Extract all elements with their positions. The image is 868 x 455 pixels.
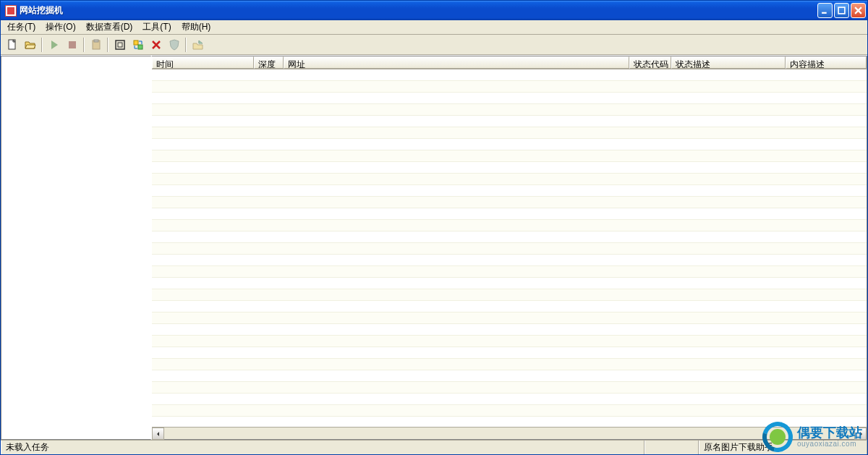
table-row [152, 301, 867, 312]
menu-operate[interactable]: 操作(O) [41, 20, 80, 35]
col-status-desc[interactable]: 状态描述 [671, 56, 786, 69]
col-time[interactable]: 时间 [152, 56, 254, 69]
status-left: 未载入任务 [1, 441, 644, 454]
table-row [152, 394, 867, 405]
play-button[interactable] [46, 37, 62, 53]
svg-rect-7 [118, 43, 122, 47]
table-row [152, 278, 867, 289]
table-row [152, 162, 867, 174]
window-buttons [817, 3, 866, 18]
close-button[interactable] [851, 3, 866, 18]
svg-rect-8 [134, 41, 138, 45]
table-row [152, 185, 867, 197]
scroll-right-button[interactable] [854, 428, 867, 440]
delete-button[interactable] [148, 37, 164, 53]
menu-task[interactable]: 任务(T) [2, 20, 41, 35]
scroll-track[interactable] [164, 428, 854, 439]
window-title: 网站挖掘机 [20, 4, 817, 17]
svg-rect-6 [116, 41, 124, 49]
open-button[interactable] [22, 37, 38, 53]
table-row [152, 208, 867, 220]
table-row [152, 81, 867, 93]
menu-dataview[interactable]: 数据查看(D) [81, 20, 138, 35]
col-depth[interactable]: 深度 [254, 56, 284, 69]
table-row [152, 417, 867, 427]
toolbar-separator [41, 38, 43, 52]
minimize-button[interactable] [817, 3, 833, 18]
app-icon [5, 5, 17, 17]
table-row [152, 382, 867, 394]
table-row [152, 312, 867, 324]
table-row [152, 104, 867, 116]
stop-button[interactable] [64, 37, 80, 53]
clipboard-button[interactable] [88, 37, 104, 53]
toolbar-separator [185, 38, 187, 52]
toolbar-separator [83, 38, 85, 52]
table-row [152, 324, 867, 336]
swap-button[interactable] [129, 37, 146, 53]
table-row [152, 289, 867, 301]
table-row [152, 93, 867, 104]
svg-rect-5 [94, 40, 98, 42]
table-row [152, 359, 867, 370]
table-row [152, 174, 867, 185]
table-row [152, 347, 867, 359]
col-status-code[interactable]: 状态代码 [629, 56, 671, 69]
horizontal-scrollbar[interactable] [152, 427, 867, 439]
main-panel: 时间 深度 网址 状态代码 状态描述 内容描述 [152, 56, 867, 440]
status-right: 原名图片下载助手 [699, 441, 867, 454]
table-row [152, 266, 867, 278]
svg-rect-0 [822, 12, 827, 14]
toolbar [1, 35, 867, 55]
scroll-left-button[interactable] [152, 428, 164, 440]
statusbar: 未载入任务 原名图片下载助手 [1, 440, 867, 454]
table-row [152, 370, 867, 382]
menu-tools[interactable]: 工具(T) [137, 20, 176, 35]
shield-button[interactable] [166, 37, 182, 53]
status-mid [644, 441, 699, 454]
table-row [152, 150, 867, 162]
grid-header: 时间 深度 网址 状态代码 状态描述 内容描述 [152, 56, 867, 69]
table-row [152, 243, 867, 255]
table-row [152, 69, 867, 81]
menu-help[interactable]: 帮助(H) [176, 20, 216, 35]
table-row [152, 139, 867, 150]
table-row [152, 197, 867, 208]
table-row [152, 127, 867, 139]
export-button[interactable] [190, 37, 206, 53]
grid-body[interactable] [152, 69, 867, 427]
app-window: 网站挖掘机 任务(T) 操作(O) 数据查看(D) 工具(T) 帮助(H) [0, 0, 868, 455]
col-content-desc[interactable]: 内容描述 [786, 56, 867, 69]
svg-rect-3 [69, 41, 76, 48]
sidebar-tree[interactable] [1, 56, 152, 440]
maximize-button[interactable] [834, 3, 849, 18]
titlebar: 网站挖掘机 [1, 1, 867, 20]
table-row [152, 255, 867, 266]
client-area: 时间 深度 网址 状态代码 状态描述 内容描述 [1, 55, 867, 440]
svg-rect-1 [838, 7, 845, 14]
col-url[interactable]: 网址 [284, 56, 629, 69]
table-row [152, 405, 867, 417]
menubar: 任务(T) 操作(O) 数据查看(D) 工具(T) 帮助(H) [1, 20, 867, 35]
new-button[interactable] [4, 37, 20, 53]
table-row [152, 231, 867, 243]
table-row [152, 116, 867, 127]
crop-button[interactable] [111, 37, 128, 53]
toolbar-separator [107, 38, 109, 52]
table-row [152, 220, 867, 231]
table-row [152, 336, 867, 347]
svg-rect-9 [138, 45, 142, 49]
